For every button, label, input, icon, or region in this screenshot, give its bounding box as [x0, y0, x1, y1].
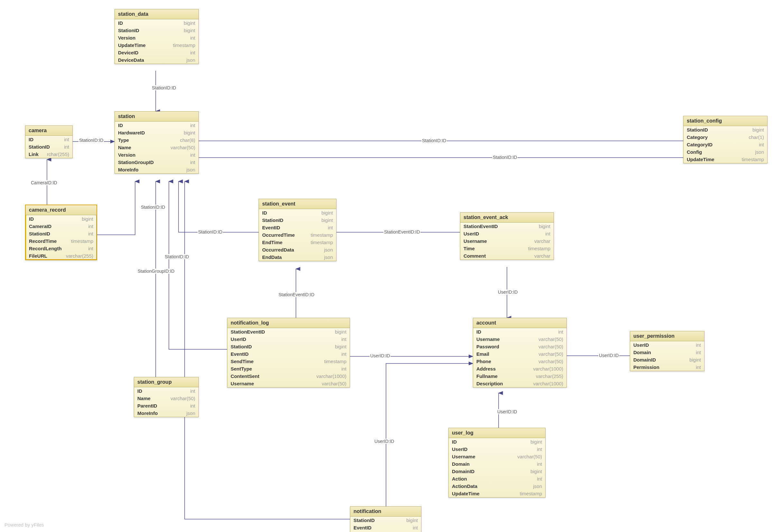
field-type: int [190, 403, 195, 408]
field-type: int [545, 231, 550, 236]
field-name: EndData [262, 254, 282, 260]
field-type: bigint [530, 469, 542, 474]
field-row: HardwareIDbigint [115, 129, 198, 136]
field-name: CategoryID [687, 142, 712, 147]
field-row: MoreInfojson [115, 166, 198, 173]
field-type: json [533, 483, 542, 489]
field-row: DeviceIDint [115, 49, 198, 56]
field-type: bigint [530, 439, 542, 445]
field-row: Versionint [115, 151, 198, 159]
field-name: RecordLength [29, 246, 62, 251]
field-name: Time [464, 246, 475, 251]
entity-notification[interactable]: notificationStationIDbigintEventIDintUse… [350, 506, 421, 532]
field-name: EventID [354, 525, 372, 530]
field-type: varchar(255) [536, 373, 563, 379]
field-row: StationIDint [26, 230, 97, 237]
field-name: ID [452, 439, 457, 445]
field-name: StationID [29, 144, 50, 150]
entity-user_log[interactable]: user_logIDbigintUserIDintUsernamevarchar… [448, 428, 546, 498]
entity-notification_log[interactable]: notification_logStationEventIDbigintUser… [227, 318, 350, 388]
field-row: Phonevarchar(50) [473, 358, 566, 365]
edge-label: UserID:ID [598, 353, 619, 358]
entity-camera[interactable]: cameraIDintStationIDintLinkrchar(255) [25, 125, 73, 158]
field-row: StationIDbigint [259, 216, 336, 224]
field-type: int [413, 525, 418, 530]
field-type: json [186, 410, 195, 416]
field-name: StationEventID [464, 224, 498, 229]
edge-label: StationGroupID:ID [137, 269, 175, 274]
entity-title: station_group [134, 377, 198, 387]
field-name: DeviceID [118, 50, 138, 55]
field-name: ParentID [137, 403, 157, 408]
field-name: Username [464, 238, 487, 244]
entity-title: station_event [259, 199, 336, 209]
entity-station[interactable]: stationIDintHardwareIDbigintTypechar(8)N… [115, 111, 199, 174]
field-name: UserID [231, 336, 246, 342]
field-row: IDint [134, 387, 198, 395]
field-row: UpdateTimetimestamp [684, 156, 767, 163]
field-type: bigint [82, 216, 93, 222]
field-name: Username [452, 454, 475, 459]
field-type: int [537, 461, 542, 467]
field-type: bigint [321, 210, 333, 216]
field-name: Name [137, 396, 151, 401]
entity-title: user_log [449, 428, 545, 438]
field-type: rchar(255) [47, 151, 69, 157]
field-row: Addressvarchar(1000) [473, 365, 566, 372]
field-row: StationIDbigint [115, 27, 198, 34]
field-name: ContentSent [231, 373, 259, 379]
field-type: bigint [335, 344, 346, 349]
field-type: bigint [184, 130, 195, 135]
field-type: timestamp [71, 238, 93, 244]
entity-station_group[interactable]: station_groupIDintNamevarchar(50)ParentI… [134, 377, 199, 417]
field-row: UserIDint [449, 445, 545, 453]
field-name: ID [29, 137, 33, 142]
field-type: int [537, 476, 542, 482]
field-row: UpdateTimetimestamp [115, 41, 198, 49]
field-type: int [558, 329, 563, 335]
field-row: StationIDbigint [227, 343, 350, 350]
field-type: varchar(50) [538, 344, 563, 349]
field-type: int [759, 142, 764, 147]
entity-station_config[interactable]: station_configStationIDbigintCategorycha… [683, 116, 767, 163]
field-type: timestamp [520, 491, 542, 496]
field-type: json [755, 149, 764, 155]
field-name: ID [118, 20, 123, 26]
field-row: IDbigint [449, 438, 545, 445]
entity-account[interactable]: accountIDintUsernamevarchar(50)Passwordv… [473, 318, 567, 388]
field-name: EndTime [262, 240, 282, 245]
field-name: Domain [452, 461, 470, 467]
field-row: Commentvarchar [460, 252, 554, 260]
entity-title: station_event_ack [460, 213, 554, 223]
entity-station_data[interactable]: station_dataIDbigintStationIDbigintVersi… [115, 9, 199, 64]
field-name: Config [687, 149, 702, 155]
field-name: UpdateTime [687, 157, 714, 162]
field-type: timestamp [173, 42, 195, 48]
entity-camera_record[interactable]: camera_recordIDbigintCameraIDintStationI… [25, 205, 97, 260]
field-type: bigint [184, 28, 195, 33]
field-name: EventID [231, 351, 249, 357]
field-type: int [190, 123, 195, 128]
field-row: EventIDint [350, 524, 421, 531]
field-row: RecordLengthint [26, 245, 97, 252]
entity-user_permission[interactable]: user_permissionUserIDintDomainintDomainI… [630, 331, 704, 371]
field-row: ActionDatajson [449, 482, 545, 490]
field-type: bigint [406, 518, 418, 523]
field-type: bigint [539, 224, 550, 229]
field-type: char(1) [749, 134, 764, 140]
field-row: IDint [473, 328, 566, 335]
edge-label: UserID:ID [370, 353, 391, 358]
field-row: Namevarchar(50) [134, 395, 198, 402]
field-row: Domainint [449, 460, 545, 468]
field-type: timestamp [742, 157, 764, 162]
field-row: StationIDbigint [350, 517, 421, 524]
field-name: UserID [633, 342, 649, 348]
entity-station_event_ack[interactable]: station_event_ackStationEventIDbigintUse… [460, 212, 554, 260]
field-type: int [64, 137, 69, 142]
field-row: SentTypeint [227, 365, 350, 372]
field-row: IDint [25, 136, 72, 143]
entity-station_event[interactable]: station_eventIDbigintStationIDbigintEven… [259, 199, 336, 261]
field-type: timestamp [324, 359, 346, 364]
field-type: timestamp [528, 246, 550, 251]
entity-title: account [473, 318, 566, 328]
